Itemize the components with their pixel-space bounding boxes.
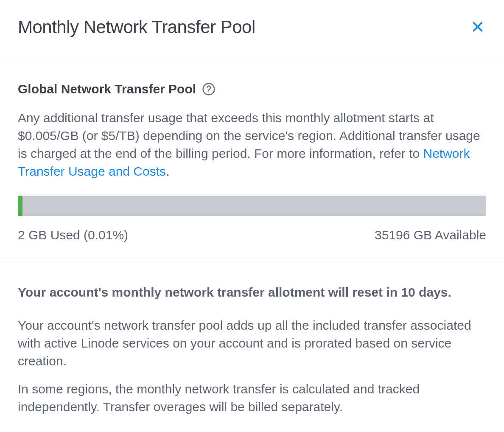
used-amount: 2 GB Used (0.01%) — [18, 228, 128, 242]
section-title-row: Global Network Transfer Pool — [18, 82, 486, 96]
usage-progress-fill — [18, 196, 22, 216]
section-title: Global Network Transfer Pool — [18, 82, 196, 96]
description-text-before: Any additional transfer usage that excee… — [18, 111, 480, 160]
global-pool-section: Global Network Transfer Pool Any additio… — [0, 58, 504, 261]
info-paragraph-1: Your account's network transfer pool add… — [18, 317, 486, 370]
page-title: Monthly Network Transfer Pool — [18, 17, 255, 37]
dialog-header: Monthly Network Transfer Pool — [0, 0, 504, 58]
usage-progress-bar — [18, 196, 486, 216]
info-paragraph-2: In some regions, the monthly network tra… — [18, 380, 486, 416]
available-amount: 35196 GB Available — [375, 228, 486, 242]
pool-description: Any additional transfer usage that excee… — [18, 109, 486, 180]
close-icon — [471, 20, 484, 35]
reset-notice: Your account's monthly network transfer … — [18, 285, 486, 300]
description-text-after: . — [166, 164, 169, 178]
help-icon[interactable] — [202, 82, 216, 96]
close-button[interactable] — [469, 18, 486, 36]
usage-stats-row: 2 GB Used (0.01%) 35196 GB Available — [18, 228, 486, 242]
svg-point-3 — [208, 92, 209, 93]
info-section: Your account's monthly network transfer … — [0, 261, 504, 432]
